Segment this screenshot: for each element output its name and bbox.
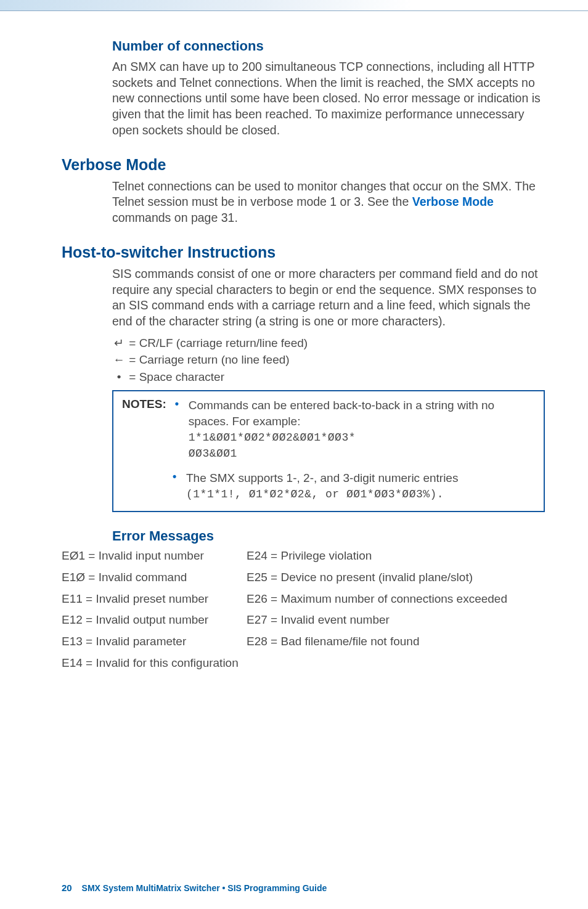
note2-code: (1*1*1!, Ø1*Ø2*Ø2&, or ØØ1*ØØ3*ØØ3%). (186, 488, 444, 500)
def-cr: ← = Carriage return (no line feed) (112, 351, 545, 369)
error-row-5: E14 = Invalid for this configuration (62, 656, 545, 671)
page-top-gradient (0, 0, 588, 11)
heading-host-to-switcher: Host-to-switcher Instructions (62, 243, 545, 261)
def-crlf: ↵ = CR/LF (carriage return/line feed) (112, 335, 545, 352)
notes-label: NOTES: (122, 397, 166, 462)
heading-number-of-connections: Number of connections (112, 38, 545, 54)
def-crlf-text: = CR/LF (carriage return/line feed) (126, 336, 308, 349)
error-right: E24 = Privilege violation (247, 549, 545, 563)
def-space-text: = Space character (126, 370, 224, 383)
verbose-text-post: commands on page 31. (112, 211, 238, 224)
def-cr-text: = Carriage return (no line feed) (126, 353, 290, 366)
cr-glyph: ← (112, 351, 126, 369)
error-right: E26 = Maximum number of connections exce… (247, 592, 545, 606)
error-left: EØ1 = Invalid input number (62, 549, 247, 563)
notes-bullet-1: Commands can be entered back-to-back in … (189, 397, 535, 462)
page-content: Number of connections An SMX can have up… (0, 11, 588, 671)
notes-row-2: • The SMX supports 1-, 2-, and 3-digit n… (173, 470, 535, 502)
verbose-mode-link[interactable]: Verbose Mode (412, 195, 494, 208)
heading-verbose-mode: Verbose Mode (62, 156, 545, 174)
space-glyph: • (112, 369, 126, 386)
error-left: E14 = Invalid for this configuration (62, 656, 247, 671)
error-right (247, 656, 545, 671)
error-right: E25 = Device no present (invalid plane/s… (247, 571, 545, 585)
bullet-icon: • (173, 470, 186, 502)
crlf-glyph: ↵ (112, 335, 126, 352)
page-footer: 20 SMX System MultiMatrix Switcher • SIS… (62, 883, 327, 893)
error-row-4: E13 = Invalid parameter E28 = Bad filena… (62, 635, 545, 649)
paragraph-host-to-switcher: SIS commands consist of one or more char… (112, 266, 545, 330)
heading-error-messages: Error Messages (112, 528, 545, 544)
notes-row-1: NOTES: • Commands can be entered back-to… (122, 397, 535, 462)
paragraph-number-of-connections: An SMX can have up to 200 simultaneous T… (112, 59, 545, 139)
error-left: E11 = Invalid preset number (62, 592, 247, 606)
glyph-definitions: ↵ = CR/LF (carriage return/line feed) ← … (112, 335, 545, 386)
note1-code-line2: ØØ3&ØØ1 (189, 447, 237, 460)
notes-box: NOTES: • Commands can be entered back-to… (112, 390, 545, 512)
note1-code-line1: 1*1&ØØ1*ØØ2*ØØ2&ØØ1*ØØ3* (189, 431, 356, 444)
error-left: E13 = Invalid parameter (62, 635, 247, 649)
note1-text: Commands can be entered back-to-back in … (189, 399, 494, 427)
error-left: E1Ø = Invalid command (62, 571, 247, 585)
error-row-2: E11 = Invalid preset number E26 = Maximu… (62, 592, 545, 606)
note2-text: The SMX supports 1-, 2-, and 3-digit num… (186, 471, 458, 484)
def-space: • = Space character (112, 369, 545, 386)
bullet-icon: • (175, 397, 189, 462)
error-row-3: E12 = Invalid output number E27 = Invali… (62, 613, 545, 627)
footer-title: SMX System MultiMatrix Switcher • SIS Pr… (82, 883, 327, 893)
notes-bullet-2: The SMX supports 1-, 2-, and 3-digit num… (186, 470, 535, 502)
error-row-1: E1Ø = Invalid command E25 = Device no pr… (62, 571, 545, 585)
paragraph-verbose-mode: Telnet connections can be used to monito… (112, 179, 545, 226)
error-row-0: EØ1 = Invalid input number E24 = Privile… (62, 549, 545, 563)
page-number: 20 (62, 883, 72, 893)
error-right: E28 = Bad filename/file not found (247, 635, 545, 649)
error-left: E12 = Invalid output number (62, 613, 247, 627)
error-messages-section: Error Messages EØ1 = Invalid input numbe… (62, 528, 545, 671)
error-right: E27 = Invalid event number (247, 613, 545, 627)
